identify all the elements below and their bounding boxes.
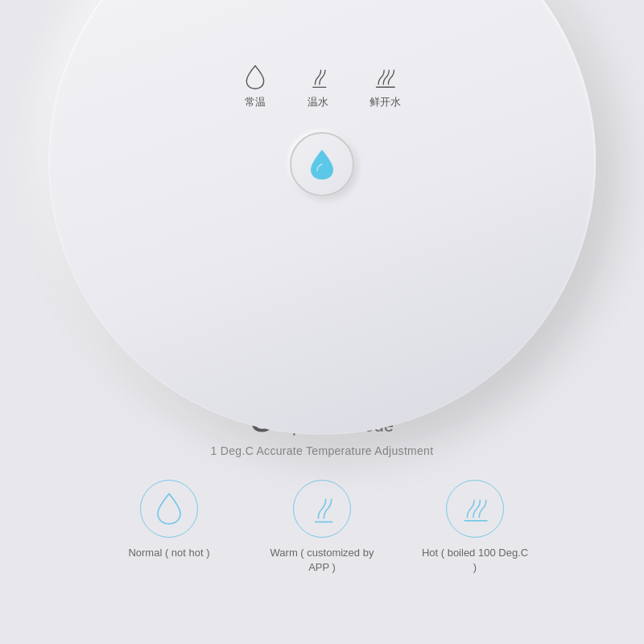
- drop-icon-bottom: [155, 492, 183, 526]
- icon-card-warm: Warm ( customized by APP ): [266, 480, 378, 575]
- device-circle: － ＋ °C: [48, 0, 596, 435]
- dispense-button[interactable]: [290, 132, 354, 196]
- steam2-icon: [307, 64, 329, 90]
- water-drop-icon: [309, 148, 335, 180]
- three-icons-row: Normal ( not hot ) Warm ( customized by …: [113, 480, 531, 575]
- mode-hot[interactable]: 鲜开水: [369, 64, 401, 109]
- subtitle-text: 1 Deg.C Accurate Temperature Adjustment: [211, 444, 434, 457]
- circle-hot: [446, 480, 504, 538]
- mode-normal[interactable]: 常温: [244, 64, 266, 109]
- circle-warm: [293, 480, 351, 538]
- mode-warm-label: 温水: [308, 95, 328, 109]
- icon-card-normal: Normal ( not hot ): [113, 480, 225, 560]
- steam3-icon: [374, 64, 396, 90]
- steam3-icon-bottom: [461, 492, 489, 526]
- icon-caption-normal: Normal ( not hot ): [128, 546, 209, 560]
- icon-caption-hot: Hot ( boiled 100 Deg.C ): [419, 546, 531, 575]
- mode-warm[interactable]: 温水: [307, 64, 329, 109]
- icon-caption-warm: Warm ( customized by APP ): [266, 546, 378, 575]
- drop-icon: [244, 64, 266, 90]
- icon-card-hot: Hot ( boiled 100 Deg.C ): [419, 480, 531, 575]
- mode-normal-label: 常温: [245, 95, 266, 109]
- mode-icons-row: 常温 温水 鲜开水: [244, 64, 401, 109]
- circle-normal: [140, 480, 198, 538]
- mode-hot-label: 鲜开水: [369, 95, 401, 109]
- steam2-icon-bottom: [308, 492, 336, 526]
- device-container: － ＋ °C: [0, 0, 644, 370]
